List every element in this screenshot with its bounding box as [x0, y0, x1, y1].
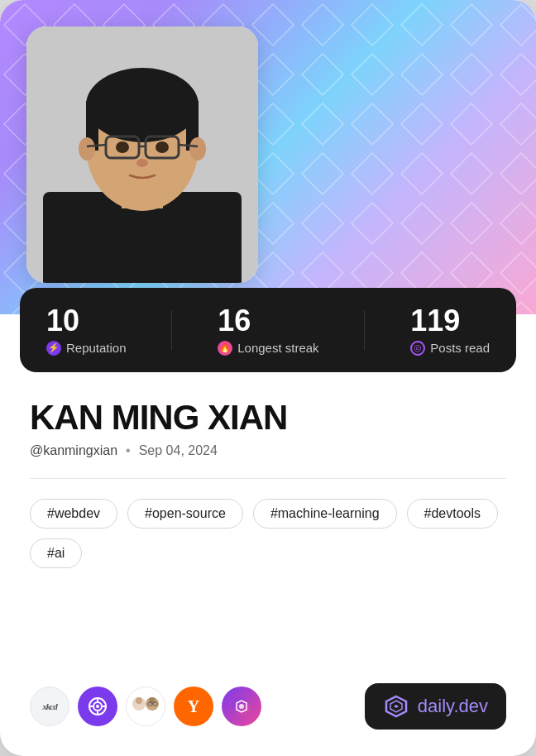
- streak-label: 🔥 Longest streak: [218, 341, 318, 356]
- posts-read-value: 119: [410, 304, 460, 337]
- svg-point-22: [96, 705, 99, 708]
- posts-read-icon: ◎: [410, 341, 425, 356]
- source-xkcd[interactable]: xkcd: [30, 687, 69, 726]
- svg-point-35: [239, 704, 244, 709]
- reputation-label-text: Reputation: [66, 341, 127, 355]
- stat-streak: 16 🔥 Longest streak: [218, 304, 318, 356]
- source-ycombinator[interactable]: Y: [174, 687, 213, 726]
- svg-rect-10: [113, 132, 136, 135]
- divider: [30, 478, 506, 479]
- svg-point-5: [86, 68, 199, 142]
- tags-container: #webdev #open-source #machine-learning #…: [30, 499, 506, 568]
- svg-point-17: [116, 141, 129, 153]
- reputation-label: ⚡ Reputation: [46, 341, 127, 356]
- reputation-value: 10: [46, 304, 79, 337]
- streak-label-text: Longest streak: [237, 341, 318, 355]
- tag-webdev[interactable]: #webdev: [30, 499, 117, 529]
- card-body: KAN MING XIAN @kanmingxian • Sep 04, 202…: [0, 372, 536, 667]
- card-header: [0, 0, 536, 314]
- svg-point-8: [79, 137, 95, 160]
- svg-point-9: [189, 137, 206, 160]
- tag-machine-learning[interactable]: #machine-learning: [253, 499, 397, 529]
- profile-card: 10 ⚡ Reputation 16 🔥 Longest streak 119 …: [0, 0, 536, 756]
- user-handle: @kanmingxian: [30, 443, 117, 458]
- user-join-date: Sep 04, 2024: [139, 443, 218, 458]
- stats-bar: 10 ⚡ Reputation 16 🔥 Longest streak 119 …: [20, 288, 516, 372]
- tag-ai[interactable]: #ai: [30, 538, 82, 568]
- stat-posts-read: 119 ◎ Posts read: [410, 304, 490, 356]
- source-dev-community[interactable]: [126, 687, 165, 726]
- streak-value: 16: [218, 304, 251, 337]
- daily-dev-badge: daily.dev: [365, 683, 506, 730]
- source-crosshair[interactable]: [78, 687, 117, 726]
- svg-point-18: [156, 141, 169, 153]
- source-devto[interactable]: [222, 687, 261, 726]
- avatar-image: [26, 26, 258, 283]
- reputation-icon: ⚡: [46, 341, 61, 356]
- stat-reputation: 10 ⚡ Reputation: [46, 304, 127, 356]
- daily-dev-text: daily.dev: [418, 696, 488, 717]
- daily-dev-name: daily: [418, 696, 454, 716]
- avatar: [26, 26, 258, 283]
- sources-row: xkcd: [30, 687, 261, 726]
- daily-dev-suffix: .dev: [453, 696, 488, 716]
- posts-read-label-text: Posts read: [430, 341, 490, 355]
- card-footer: xkcd: [0, 667, 536, 756]
- tag-open-source[interactable]: #open-source: [127, 499, 243, 529]
- tag-devtools[interactable]: #devtools: [407, 499, 499, 529]
- svg-point-19: [136, 159, 148, 167]
- posts-read-label: ◎ Posts read: [410, 341, 490, 356]
- stat-divider-1: [171, 310, 172, 350]
- streak-icon: 🔥: [218, 341, 232, 356]
- meta-separator: •: [126, 443, 131, 458]
- stat-divider-2: [364, 310, 365, 350]
- svg-point-28: [136, 697, 142, 704]
- user-meta: @kanmingxian • Sep 04, 2024: [30, 443, 506, 458]
- svg-rect-11: [149, 132, 172, 135]
- user-name: KAN MING XIAN: [30, 399, 506, 437]
- daily-dev-logo-icon: [383, 693, 409, 720]
